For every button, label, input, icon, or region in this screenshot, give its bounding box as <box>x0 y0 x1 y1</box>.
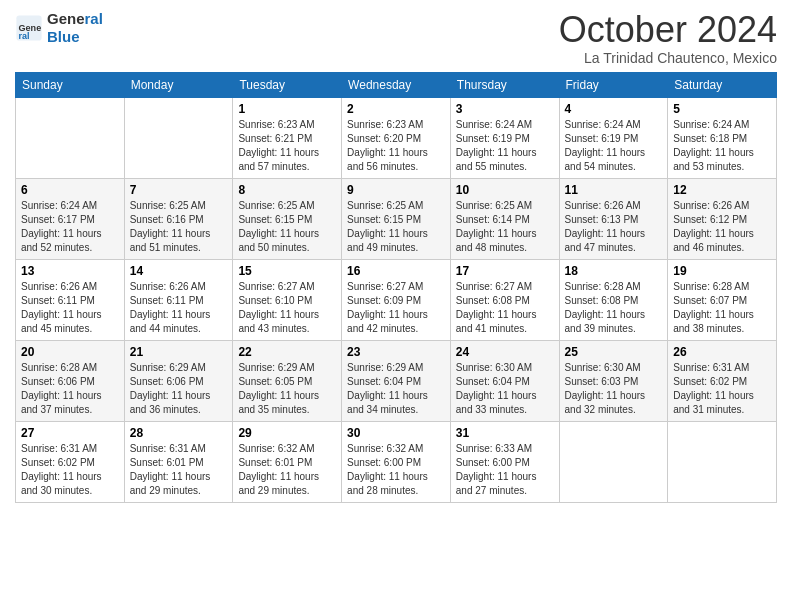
day-number: 30 <box>347 426 445 440</box>
week-row-2: 6Sunrise: 6:24 AM Sunset: 6:17 PM Daylig… <box>16 178 777 259</box>
calendar-cell <box>124 97 233 178</box>
week-row-3: 13Sunrise: 6:26 AM Sunset: 6:11 PM Dayli… <box>16 259 777 340</box>
day-info: Sunrise: 6:23 AM Sunset: 6:20 PM Dayligh… <box>347 118 445 174</box>
calendar-cell: 4Sunrise: 6:24 AM Sunset: 6:19 PM Daylig… <box>559 97 668 178</box>
calendar-cell: 2Sunrise: 6:23 AM Sunset: 6:20 PM Daylig… <box>342 97 451 178</box>
day-number: 17 <box>456 264 554 278</box>
day-number: 14 <box>130 264 228 278</box>
day-number: 13 <box>21 264 119 278</box>
logo: Gene ral General Blue <box>15 10 103 46</box>
calendar-cell: 10Sunrise: 6:25 AM Sunset: 6:14 PM Dayli… <box>450 178 559 259</box>
calendar-cell: 1Sunrise: 6:23 AM Sunset: 6:21 PM Daylig… <box>233 97 342 178</box>
week-row-4: 20Sunrise: 6:28 AM Sunset: 6:06 PM Dayli… <box>16 340 777 421</box>
day-info: Sunrise: 6:24 AM Sunset: 6:17 PM Dayligh… <box>21 199 119 255</box>
day-info: Sunrise: 6:29 AM Sunset: 6:06 PM Dayligh… <box>130 361 228 417</box>
day-info: Sunrise: 6:26 AM Sunset: 6:11 PM Dayligh… <box>21 280 119 336</box>
day-info: Sunrise: 6:24 AM Sunset: 6:18 PM Dayligh… <box>673 118 771 174</box>
day-number: 5 <box>673 102 771 116</box>
day-number: 1 <box>238 102 336 116</box>
calendar-cell: 30Sunrise: 6:32 AM Sunset: 6:00 PM Dayli… <box>342 421 451 502</box>
day-info: Sunrise: 6:31 AM Sunset: 6:02 PM Dayligh… <box>21 442 119 498</box>
day-number: 11 <box>565 183 663 197</box>
day-number: 22 <box>238 345 336 359</box>
day-number: 15 <box>238 264 336 278</box>
calendar-cell: 16Sunrise: 6:27 AM Sunset: 6:09 PM Dayli… <box>342 259 451 340</box>
day-info: Sunrise: 6:29 AM Sunset: 6:04 PM Dayligh… <box>347 361 445 417</box>
day-info: Sunrise: 6:29 AM Sunset: 6:05 PM Dayligh… <box>238 361 336 417</box>
weekday-header-tuesday: Tuesday <box>233 72 342 97</box>
day-number: 2 <box>347 102 445 116</box>
day-info: Sunrise: 6:31 AM Sunset: 6:02 PM Dayligh… <box>673 361 771 417</box>
day-number: 7 <box>130 183 228 197</box>
day-info: Sunrise: 6:25 AM Sunset: 6:16 PM Dayligh… <box>130 199 228 255</box>
calendar-cell: 15Sunrise: 6:27 AM Sunset: 6:10 PM Dayli… <box>233 259 342 340</box>
day-number: 25 <box>565 345 663 359</box>
location: La Trinidad Chautenco, Mexico <box>559 50 777 66</box>
day-info: Sunrise: 6:32 AM Sunset: 6:01 PM Dayligh… <box>238 442 336 498</box>
week-row-5: 27Sunrise: 6:31 AM Sunset: 6:02 PM Dayli… <box>16 421 777 502</box>
day-info: Sunrise: 6:27 AM Sunset: 6:08 PM Dayligh… <box>456 280 554 336</box>
weekday-header-sunday: Sunday <box>16 72 125 97</box>
logo-icon: Gene ral <box>15 14 43 42</box>
calendar-cell <box>668 421 777 502</box>
day-info: Sunrise: 6:25 AM Sunset: 6:15 PM Dayligh… <box>347 199 445 255</box>
day-number: 31 <box>456 426 554 440</box>
day-info: Sunrise: 6:27 AM Sunset: 6:10 PM Dayligh… <box>238 280 336 336</box>
calendar-cell: 20Sunrise: 6:28 AM Sunset: 6:06 PM Dayli… <box>16 340 125 421</box>
day-info: Sunrise: 6:26 AM Sunset: 6:11 PM Dayligh… <box>130 280 228 336</box>
day-number: 19 <box>673 264 771 278</box>
calendar-cell: 22Sunrise: 6:29 AM Sunset: 6:05 PM Dayli… <box>233 340 342 421</box>
calendar-cell: 19Sunrise: 6:28 AM Sunset: 6:07 PM Dayli… <box>668 259 777 340</box>
day-number: 27 <box>21 426 119 440</box>
day-number: 12 <box>673 183 771 197</box>
day-number: 8 <box>238 183 336 197</box>
page-header: Gene ral General Blue October 2024 La Tr… <box>15 10 777 66</box>
calendar-cell: 26Sunrise: 6:31 AM Sunset: 6:02 PM Dayli… <box>668 340 777 421</box>
day-info: Sunrise: 6:27 AM Sunset: 6:09 PM Dayligh… <box>347 280 445 336</box>
day-number: 24 <box>456 345 554 359</box>
calendar-cell <box>16 97 125 178</box>
day-number: 21 <box>130 345 228 359</box>
calendar-cell: 28Sunrise: 6:31 AM Sunset: 6:01 PM Dayli… <box>124 421 233 502</box>
calendar-cell: 25Sunrise: 6:30 AM Sunset: 6:03 PM Dayli… <box>559 340 668 421</box>
day-info: Sunrise: 6:25 AM Sunset: 6:15 PM Dayligh… <box>238 199 336 255</box>
day-info: Sunrise: 6:28 AM Sunset: 6:07 PM Dayligh… <box>673 280 771 336</box>
day-info: Sunrise: 6:28 AM Sunset: 6:06 PM Dayligh… <box>21 361 119 417</box>
calendar-cell: 21Sunrise: 6:29 AM Sunset: 6:06 PM Dayli… <box>124 340 233 421</box>
day-number: 29 <box>238 426 336 440</box>
week-row-1: 1Sunrise: 6:23 AM Sunset: 6:21 PM Daylig… <box>16 97 777 178</box>
day-info: Sunrise: 6:28 AM Sunset: 6:08 PM Dayligh… <box>565 280 663 336</box>
day-number: 18 <box>565 264 663 278</box>
day-info: Sunrise: 6:31 AM Sunset: 6:01 PM Dayligh… <box>130 442 228 498</box>
calendar-table: SundayMondayTuesdayWednesdayThursdayFrid… <box>15 72 777 503</box>
calendar-cell: 29Sunrise: 6:32 AM Sunset: 6:01 PM Dayli… <box>233 421 342 502</box>
calendar-cell: 3Sunrise: 6:24 AM Sunset: 6:19 PM Daylig… <box>450 97 559 178</box>
weekday-header-row: SundayMondayTuesdayWednesdayThursdayFrid… <box>16 72 777 97</box>
day-number: 28 <box>130 426 228 440</box>
weekday-header-wednesday: Wednesday <box>342 72 451 97</box>
calendar-cell: 7Sunrise: 6:25 AM Sunset: 6:16 PM Daylig… <box>124 178 233 259</box>
calendar-cell: 8Sunrise: 6:25 AM Sunset: 6:15 PM Daylig… <box>233 178 342 259</box>
day-number: 6 <box>21 183 119 197</box>
day-number: 16 <box>347 264 445 278</box>
day-number: 26 <box>673 345 771 359</box>
calendar-cell: 9Sunrise: 6:25 AM Sunset: 6:15 PM Daylig… <box>342 178 451 259</box>
calendar-cell: 27Sunrise: 6:31 AM Sunset: 6:02 PM Dayli… <box>16 421 125 502</box>
day-info: Sunrise: 6:30 AM Sunset: 6:03 PM Dayligh… <box>565 361 663 417</box>
day-info: Sunrise: 6:32 AM Sunset: 6:00 PM Dayligh… <box>347 442 445 498</box>
calendar-cell: 11Sunrise: 6:26 AM Sunset: 6:13 PM Dayli… <box>559 178 668 259</box>
day-info: Sunrise: 6:24 AM Sunset: 6:19 PM Dayligh… <box>565 118 663 174</box>
calendar-cell: 23Sunrise: 6:29 AM Sunset: 6:04 PM Dayli… <box>342 340 451 421</box>
day-number: 20 <box>21 345 119 359</box>
calendar-cell: 14Sunrise: 6:26 AM Sunset: 6:11 PM Dayli… <box>124 259 233 340</box>
calendar-cell: 31Sunrise: 6:33 AM Sunset: 6:00 PM Dayli… <box>450 421 559 502</box>
day-info: Sunrise: 6:30 AM Sunset: 6:04 PM Dayligh… <box>456 361 554 417</box>
day-info: Sunrise: 6:24 AM Sunset: 6:19 PM Dayligh… <box>456 118 554 174</box>
weekday-header-friday: Friday <box>559 72 668 97</box>
day-number: 9 <box>347 183 445 197</box>
calendar-cell: 13Sunrise: 6:26 AM Sunset: 6:11 PM Dayli… <box>16 259 125 340</box>
day-info: Sunrise: 6:26 AM Sunset: 6:12 PM Dayligh… <box>673 199 771 255</box>
weekday-header-monday: Monday <box>124 72 233 97</box>
month-title: October 2024 <box>559 10 777 50</box>
day-info: Sunrise: 6:33 AM Sunset: 6:00 PM Dayligh… <box>456 442 554 498</box>
